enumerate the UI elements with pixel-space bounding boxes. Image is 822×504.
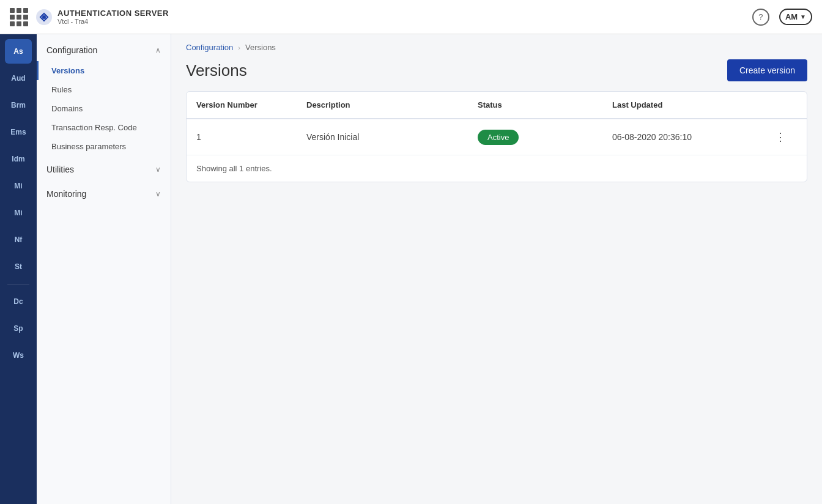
sidebar-utilities-header[interactable]: Utilities ∨: [37, 158, 171, 180]
sidebar-item-versions[interactable]: Versions: [37, 61, 171, 80]
sidebar-utilities-section: Utilities ∨: [37, 158, 171, 180]
sidebar-monitoring-label: Monitoring: [46, 189, 86, 199]
cell-version-number: 1: [196, 132, 306, 142]
nav-icon-mi1[interactable]: Mi: [5, 174, 32, 198]
breadcrumb-current: Versions: [245, 43, 276, 52]
sidebar-utilities-label: Utilities: [46, 165, 74, 174]
breadcrumb: Configuration › Versions: [171, 34, 822, 52]
sidebar-configuration-section: Configuration ∧ Versions Rules Domains T…: [37, 39, 171, 156]
chevron-down-monitoring-icon: ∨: [155, 190, 161, 198]
help-button[interactable]: ?: [752, 9, 769, 26]
content-area: Configuration › Versions Versions Create…: [171, 34, 822, 504]
user-initials: AM: [785, 12, 798, 21]
sidebar: Configuration ∧ Versions Rules Domains T…: [37, 34, 171, 504]
nav-icon-idm[interactable]: Idm: [5, 147, 32, 171]
app-subtitle: Vtcl - Tra4: [57, 18, 169, 25]
create-version-button[interactable]: Create version: [727, 59, 807, 81]
sidebar-item-business-parameters[interactable]: Business parameters: [37, 137, 171, 156]
cell-row-actions: ⋮: [772, 128, 797, 146]
col-version-number: Version Number: [196, 100, 306, 109]
nav-icon-st[interactable]: St: [5, 254, 32, 279]
versions-table: Version Number Description Status Last U…: [186, 91, 807, 182]
cell-last-updated: 06-08-2020 20:36:10: [612, 132, 772, 142]
icon-nav: As Aud Brm Ems Idm Mi Mi Nf St Dc Sp Ws: [0, 34, 37, 504]
user-menu-button[interactable]: AM ▼: [779, 9, 812, 25]
sidebar-configuration-label: Configuration: [46, 45, 97, 55]
sidebar-configuration-header[interactable]: Configuration ∧: [37, 39, 171, 61]
chevron-up-icon: ∧: [155, 46, 161, 54]
table-header: Version Number Description Status Last U…: [187, 92, 807, 119]
col-last-updated: Last Updated: [612, 100, 772, 109]
nav-icon-aud[interactable]: Aud: [5, 66, 32, 91]
nav-icon-mi2[interactable]: Mi: [5, 201, 32, 225]
breadcrumb-separator: ›: [238, 44, 240, 51]
row-more-button[interactable]: ⋮: [772, 128, 788, 146]
nav-icon-dc[interactable]: Dc: [5, 289, 32, 314]
page-title: Versions: [186, 61, 247, 80]
nav-icon-nf[interactable]: Nf: [5, 228, 32, 252]
sidebar-item-domains[interactable]: Domains: [37, 99, 171, 118]
svg-point-1: [42, 15, 46, 19]
nav-icon-sp[interactable]: Sp: [5, 316, 32, 341]
breadcrumb-configuration-link[interactable]: Configuration: [186, 43, 233, 52]
logo-icon: [35, 9, 53, 26]
table-row: 1 Versión Inicial Active 06-08-2020 20:3…: [187, 119, 807, 155]
chevron-down-utilities-icon: ∨: [155, 165, 161, 174]
chevron-down-icon: ▼: [800, 13, 806, 20]
nav-icon-as[interactable]: As: [5, 39, 32, 64]
cell-description: Versión Inicial: [306, 132, 478, 142]
col-description: Description: [306, 100, 478, 109]
grid-menu-icon[interactable]: [10, 8, 28, 26]
nav-divider: [7, 284, 29, 284]
status-badge: Active: [478, 130, 519, 145]
sidebar-monitoring-header[interactable]: Monitoring ∨: [37, 183, 171, 205]
sidebar-configuration-items: Versions Rules Domains Transaction Resp.…: [37, 61, 171, 156]
app-name: AUTHENTICATION SERVER: [57, 9, 169, 18]
sidebar-item-rules[interactable]: Rules: [37, 80, 171, 99]
entries-count: Showing all 1 entries.: [196, 164, 272, 173]
col-status: Status: [478, 100, 612, 109]
sidebar-monitoring-section: Monitoring ∨: [37, 183, 171, 205]
nav-icon-ems[interactable]: Ems: [5, 120, 32, 144]
table-footer: Showing all 1 entries.: [187, 155, 807, 182]
col-actions: [772, 100, 797, 109]
nav-icon-ws[interactable]: Ws: [5, 343, 32, 368]
page-header: Versions Create version: [171, 52, 822, 91]
app-logo: AUTHENTICATION SERVER Vtcl - Tra4: [35, 9, 169, 26]
nav-icon-brm[interactable]: Brm: [5, 93, 32, 117]
sidebar-item-transaction-resp-code[interactable]: Transaction Resp. Code: [37, 118, 171, 137]
cell-status: Active: [478, 130, 612, 145]
